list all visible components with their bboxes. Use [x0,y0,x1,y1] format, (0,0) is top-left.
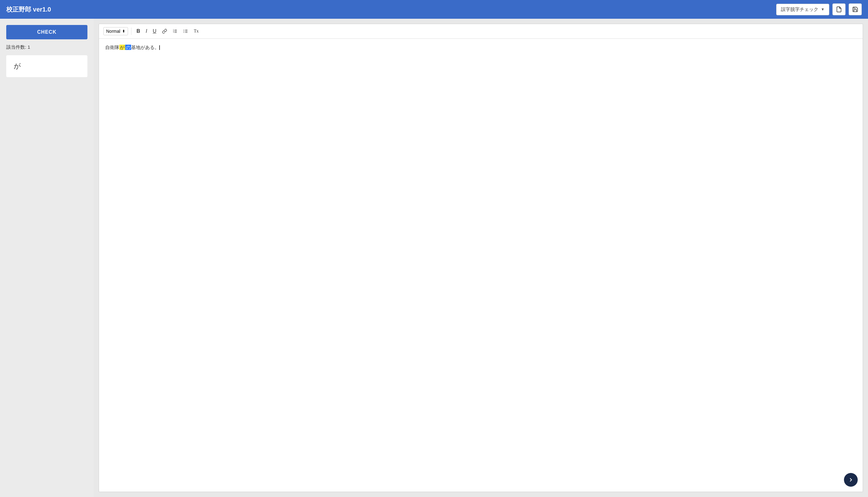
italic-button[interactable]: I [144,27,149,35]
svg-point-11 [184,32,184,33]
clear-format-icon: Tx [194,29,199,34]
style-select[interactable]: Normal ⬍ [103,27,128,35]
result-card: が [6,55,87,77]
bold-button[interactable]: B [134,27,142,35]
text-before-highlight: 自衛隊 [105,45,119,50]
unordered-list-button[interactable] [181,27,190,35]
fab-button[interactable] [844,473,858,487]
editor-content[interactable]: 自衛隊がの基地がある。 [99,39,863,492]
editor-area: Normal ⬍ B I U [94,19,868,497]
link-button[interactable] [160,27,169,35]
result-count: 該当件数: 1 [6,44,87,50]
dropdown-label: 誤字脱字チェック [781,6,819,13]
svg-point-9 [184,30,184,30]
ordered-list-icon: 1. 2. 3. [173,29,177,34]
editor-toolbar: Normal ⬍ B I U [99,24,863,39]
ordered-list-button[interactable]: 1. 2. 3. [171,27,180,35]
text-cursor [159,45,160,50]
style-select-label: Normal [106,29,120,34]
link-icon [162,29,167,34]
svg-text:3.: 3. [173,31,174,33]
save-icon-button[interactable] [849,3,862,15]
save-icon [852,6,858,13]
check-button[interactable]: CHECK [6,25,87,39]
app-title: 校正野郎 ver1.0 [6,5,51,14]
sidebar: CHECK 該当件数: 1 が [0,19,94,497]
text-after-highlight: 基地がある。 [131,45,159,50]
result-card-text: が [14,61,21,71]
fab-arrow-icon [848,477,854,483]
toolbar-divider-1 [131,27,131,35]
svg-point-10 [184,31,184,31]
clear-format-button[interactable]: Tx [192,27,201,35]
main-layout: CHECK 該当件数: 1 が Normal ⬍ B I U [0,19,868,497]
check-type-dropdown[interactable]: 誤字脱字チェック ▼ [776,4,829,15]
file-icon-button[interactable] [833,3,845,15]
app-header: 校正野郎 ver1.0 誤字脱字チェック ▼ [0,0,868,19]
underline-button[interactable]: U [151,27,158,35]
blue-highlight: の [125,45,131,50]
style-select-chevron-icon: ⬍ [122,29,125,33]
editor-container: Normal ⬍ B I U [99,24,863,492]
unordered-list-icon [183,29,188,34]
chevron-down-icon: ▼ [821,7,825,12]
yellow-highlight: が [119,45,125,50]
header-actions: 誤字脱字チェック ▼ [776,3,862,15]
file-icon [836,6,842,13]
